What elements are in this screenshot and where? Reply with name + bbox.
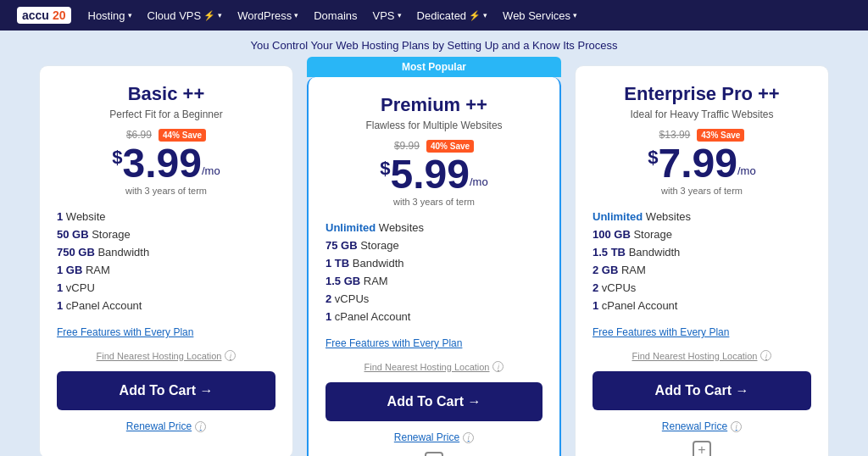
premium-feature-ram: 1.5 GB RAM [326, 272, 542, 290]
navbar: accu 20 Hosting ▾ Cloud VPS ⚡ ▾ WordPres… [0, 0, 868, 31]
nav-item-wordpress[interactable]: WordPress ▾ [237, 9, 298, 22]
basic-per-mo: /mo [202, 164, 220, 177]
nav-menu: Hosting ▾ Cloud VPS ⚡ ▾ WordPress ▾ Doma… [88, 9, 578, 22]
basic-price-row: $6.99 44% Save [57, 129, 275, 142]
basic-plan-title: Basic ++ [57, 83, 275, 105]
premium-original-price: $9.99 [394, 140, 420, 152]
enterprise-per-mo: /mo [737, 164, 756, 177]
premium-dollar-sign: $ [380, 158, 390, 180]
enterprise-feature-storage: 100 GB Storage [593, 225, 811, 243]
basic-save-badge: 44% Save [159, 129, 206, 142]
premium-hosting-info-icon[interactable]: i [492, 361, 504, 372]
premium-price-number: 5.99 [391, 154, 470, 195]
premium-plan-subtitle: Flawless for Multiple Websites [326, 120, 542, 131]
premium-hosting-location[interactable]: Find Nearest Hosting Location i [326, 361, 542, 372]
basic-dollar-sign: $ [112, 147, 122, 169]
enterprise-expand-button[interactable]: + [693, 441, 711, 456]
basic-free-features-link[interactable]: Free Features with Every Plan [57, 326, 275, 338]
basic-main-price: $ 3.99 /mo [57, 143, 275, 184]
basic-renewal-info-icon[interactable]: i [195, 421, 206, 432]
enterprise-free-features-link[interactable]: Free Features with Every Plan [593, 326, 811, 338]
premium-price-row: $9.99 40% Save [326, 140, 542, 153]
nav-item-domains[interactable]: Domains [314, 9, 357, 22]
premium-feature-storage: 75 GB Storage [326, 236, 542, 254]
hero-text: You Control Your Web Hosting Plans by Se… [0, 31, 868, 57]
logo-accent: 20 [53, 8, 66, 22]
enterprise-term: with 3 years of term [593, 186, 811, 196]
enterprise-price-row: $13.99 43% Save [593, 129, 811, 142]
basic-feature-websites: 1 Website [57, 208, 275, 225]
enterprise-feature-websites: Unlimited Websites [593, 208, 811, 225]
enterprise-plan-wrapper: Enterprise Pro ++ Ideal for Heavy Traffi… [575, 65, 829, 456]
enterprise-save-badge: 43% Save [697, 129, 744, 142]
nav-item-webservices[interactable]: Web Services ▾ [503, 9, 577, 22]
premium-save-badge: 40% Save [426, 140, 474, 153]
premium-feature-vcpu: 2 vCPUs [326, 290, 542, 308]
premium-free-features-link[interactable]: Free Features with Every Plan [326, 337, 542, 349]
logo[interactable]: accu 20 [17, 7, 71, 24]
nav-item-vps[interactable]: VPS ▾ [373, 9, 402, 22]
premium-renewal-price[interactable]: Renewal Price i [326, 431, 542, 443]
basic-add-to-cart-button[interactable]: Add To Cart → [57, 371, 275, 410]
enterprise-feature-cpanel: 1 cPanel Account [593, 297, 811, 314]
premium-plan-title: Premium ++ [326, 94, 542, 116]
premium-feature-bandwidth: 1 TB Bandwidth [326, 254, 542, 272]
enterprise-price-number: 7.99 [659, 143, 737, 184]
premium-plan-card: Premium ++ Flawless for Multiple Website… [307, 77, 561, 456]
basic-hosting-location[interactable]: Find Nearest Hosting Location i [57, 350, 275, 361]
enterprise-feature-ram: 2 GB RAM [593, 261, 811, 279]
nav-item-dedicated[interactable]: Dedicated ⚡ ▾ [417, 9, 488, 22]
logo-text: accu [22, 8, 49, 22]
enterprise-hosting-location[interactable]: Find Nearest Hosting Location i [593, 350, 811, 361]
basic-price-number: 3.99 [123, 143, 202, 184]
premium-renewal-info-icon[interactable]: i [463, 432, 474, 443]
basic-feature-cpanel: 1 cPanel Account [57, 297, 275, 314]
basic-feature-ram: 1 GB RAM [57, 261, 275, 279]
enterprise-add-to-cart-button[interactable]: Add To Cart → [593, 371, 811, 410]
basic-renewal-price[interactable]: Renewal Price i [57, 420, 275, 432]
basic-plan-subtitle: Perfect Fit for a Beginner [57, 108, 275, 120]
basic-features-list: 1 Website 50 GB Storage 750 GB Bandwidth… [57, 208, 275, 314]
premium-per-mo: /mo [470, 175, 488, 188]
basic-feature-storage: 50 GB Storage [57, 225, 275, 243]
enterprise-renewal-price[interactable]: Renewal Price i [593, 420, 811, 432]
nav-item-cloud[interactable]: Cloud VPS ⚡ ▾ [147, 9, 223, 22]
basic-term: with 3 years of term [57, 186, 275, 196]
enterprise-hosting-info-icon[interactable]: i [760, 350, 771, 361]
most-popular-badge: Most Popular [307, 57, 561, 77]
basic-original-price: $6.99 [126, 129, 152, 141]
premium-features-list: Unlimited Websites 75 GB Storage 1 TB Ba… [326, 219, 542, 325]
premium-add-to-cart-button[interactable]: Add To Cart → [326, 382, 542, 421]
nav-item-hosting[interactable]: Hosting ▾ [88, 9, 132, 22]
enterprise-features-list: Unlimited Websites 100 GB Storage 1.5 TB… [593, 208, 811, 314]
enterprise-feature-vcpu: 2 vCPUs [593, 279, 811, 297]
enterprise-feature-bandwidth: 1.5 TB Bandwidth [593, 243, 811, 261]
enterprise-dollar-sign: $ [648, 147, 658, 169]
enterprise-renewal-info-icon[interactable]: i [731, 421, 742, 432]
basic-plan-card: Basic ++ Perfect Fit for a Beginner $6.9… [39, 65, 293, 456]
enterprise-original-price: $13.99 [659, 129, 691, 141]
premium-feature-websites: Unlimited Websites [326, 219, 542, 236]
enterprise-plan-title: Enterprise Pro ++ [593, 83, 811, 105]
enterprise-plan-card: Enterprise Pro ++ Ideal for Heavy Traffi… [575, 65, 829, 456]
basic-feature-vcpu: 1 vCPU [57, 279, 275, 297]
basic-hosting-info-icon[interactable]: i [225, 350, 236, 361]
enterprise-main-price: $ 7.99 /mo [593, 143, 811, 184]
premium-feature-cpanel: 1 cPanel Account [326, 308, 542, 325]
premium-main-price: $ 5.99 /mo [326, 154, 542, 195]
basic-feature-bandwidth: 750 GB Bandwidth [57, 243, 275, 261]
pricing-section: Basic ++ Perfect Fit for a Beginner $6.9… [0, 57, 868, 456]
premium-term: with 3 years of term [326, 197, 542, 207]
premium-expand-button[interactable]: + [425, 452, 443, 456]
enterprise-plan-subtitle: Ideal for Heavy Traffic Websites [593, 108, 811, 120]
basic-plan-wrapper: Basic ++ Perfect Fit for a Beginner $6.9… [39, 65, 293, 456]
premium-plan-wrapper: Most Popular Premium ++ Flawless for Mul… [307, 57, 561, 456]
